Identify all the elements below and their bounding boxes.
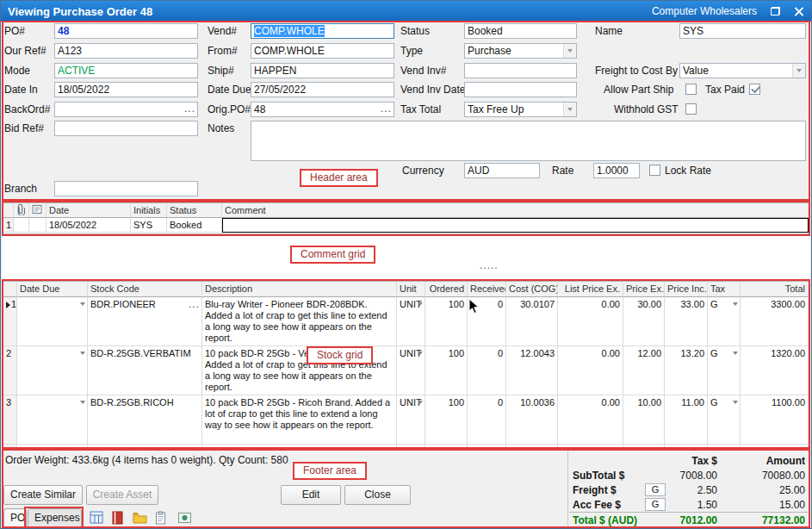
stamp-icon[interactable] [177, 511, 193, 526]
folder-icon[interactable] [133, 511, 148, 526]
comment-comment-header[interactable]: Comment [222, 203, 809, 218]
col-cost[interactable]: Cost (COG) [506, 282, 558, 297]
col-price-inc[interactable]: Price Inc. [665, 282, 708, 297]
create-asset-button[interactable]: Create Asset [86, 485, 158, 505]
price-ex-cell[interactable]: 12.00 [623, 346, 665, 395]
vend-inv-date-field[interactable] [464, 82, 577, 97]
stock-code-cell[interactable]: BD-R.25GB.RICOH [88, 395, 202, 445]
note-column-header[interactable] [29, 203, 46, 218]
backord-ellipsis-button[interactable]: ... [184, 103, 195, 115]
restore-icon[interactable] [771, 7, 780, 16]
chevron-down-icon[interactable] [418, 401, 423, 404]
allow-part-ship-checkbox[interactable] [685, 84, 697, 95]
list-price-ex-cell[interactable]: 0.00 [558, 346, 623, 395]
price-inc-cell[interactable]: 33.00 [665, 297, 708, 346]
received-cell[interactable]: 0 [468, 395, 506, 445]
list-price-ex-cell[interactable]: 0.00 [558, 395, 623, 445]
tab-expenses[interactable]: Expenses [28, 508, 82, 528]
ordered-cell[interactable]: 100 [425, 297, 468, 346]
ordered-cell[interactable]: 280 [425, 445, 468, 448]
tab-po[interactable]: PO [3, 508, 27, 528]
ordered-cell[interactable]: 100 [425, 346, 468, 395]
freight-tax-code[interactable]: G [645, 483, 666, 496]
splitter-handle[interactable]: ..... [480, 259, 499, 271]
date-due-cell[interactable] [17, 297, 88, 346]
comment-status-header[interactable]: Status [167, 203, 222, 218]
create-similar-button[interactable]: Create Similar [3, 485, 83, 505]
chevron-down-icon[interactable] [80, 352, 85, 355]
po-field[interactable]: 48 [54, 23, 198, 39]
chevron-down-icon[interactable] [563, 103, 576, 116]
chevron-down-icon[interactable] [418, 352, 423, 355]
price-inc-cell[interactable]: 0.00 [665, 445, 708, 448]
status-field[interactable]: Booked [464, 23, 577, 39]
description-cell[interactable]: Blu-ray Writer - Lite-On IHBS312 BLACK [202, 445, 397, 448]
close-button[interactable]: Close [344, 485, 411, 505]
col-stock-code[interactable]: Stock Code [88, 282, 202, 297]
our-ref-field[interactable]: A123 [54, 43, 198, 59]
unit-cell[interactable]: UNIT [397, 395, 425, 445]
tax-cell[interactable]: G [708, 297, 741, 346]
stock-code-cell[interactable]: BD.LITE-ON [88, 445, 202, 448]
note-cell[interactable] [29, 218, 46, 233]
name-field[interactable]: SYS [679, 23, 806, 39]
bid-ref-field[interactable] [54, 121, 198, 136]
chevron-down-icon[interactable] [563, 44, 576, 58]
total-cell[interactable]: 0.00 [741, 445, 809, 448]
price-ex-cell[interactable]: 10.00 [623, 395, 665, 445]
chevron-down-icon[interactable] [733, 401, 738, 404]
date-due-cell[interactable] [17, 346, 88, 395]
chevron-down-icon[interactable] [418, 302, 423, 306]
list-price-ex-cell[interactable]: 0.00 [558, 445, 623, 448]
price-ex-cell[interactable]: 30.00 [623, 297, 665, 346]
date-due-cell[interactable] [17, 395, 88, 445]
date-due-field[interactable]: 27/05/2022 [251, 82, 394, 97]
cost-cell[interactable]: 12.0043 [506, 346, 558, 395]
total-cell[interactable]: 3300.00 [741, 297, 809, 346]
col-ordered[interactable]: Ordered [425, 282, 468, 297]
from-field[interactable]: COMP.WHOLE [251, 43, 394, 59]
notes-field[interactable] [251, 121, 806, 161]
stock-code-ellipsis-button[interactable]: ... [189, 298, 200, 311]
unit-cell[interactable]: UNIT [397, 445, 425, 448]
tax-cell[interactable]: G [708, 445, 741, 448]
comment-comment-cell[interactable] [222, 218, 809, 233]
chevron-down-icon[interactable] [733, 302, 738, 306]
withhold-gst-checkbox[interactable] [685, 103, 697, 115]
col-unit[interactable]: Unit [397, 282, 425, 297]
vend-field[interactable]: COMP.WHOLE [251, 23, 394, 39]
comment-initials-header[interactable]: Initials [131, 203, 167, 218]
tax-cell[interactable]: G [708, 395, 741, 445]
cost-cell[interactable]: 30.0107 [506, 297, 558, 346]
tax-cell[interactable]: G [708, 346, 741, 395]
col-tax[interactable]: Tax [708, 282, 741, 297]
attachment-column-header[interactable] [14, 203, 29, 218]
description-cell[interactable]: 10 pack BD-R 25Gb - Ricoh Brand. Added a… [202, 395, 397, 445]
unit-cell[interactable]: UNIT [397, 297, 425, 346]
total-cell[interactable]: 1100.00 [741, 395, 809, 445]
stock-code-cell[interactable]: BDR.PIONEER... [88, 297, 202, 346]
col-received[interactable]: Received [468, 282, 506, 297]
chevron-down-icon[interactable] [733, 352, 738, 355]
comment-date-cell[interactable]: 18/05/2022 [46, 218, 131, 233]
comment-status-cell[interactable]: Booked [167, 218, 222, 233]
backord-field[interactable]: ... [54, 102, 198, 117]
received-cell[interactable]: 0 [468, 346, 506, 395]
branch-field[interactable] [54, 181, 198, 196]
tax-paid-checkbox[interactable] [749, 84, 760, 95]
list-price-ex-cell[interactable]: 0.00 [558, 297, 623, 346]
chevron-down-icon[interactable] [792, 64, 805, 78]
mode-field[interactable]: ACTIVE [54, 63, 198, 78]
comment-date-header[interactable]: Date [46, 203, 131, 218]
date-due-cell[interactable] [17, 445, 88, 448]
lock-rate-checkbox[interactable] [649, 165, 660, 176]
attachment-cell[interactable] [14, 218, 29, 233]
journal-icon[interactable] [111, 511, 127, 526]
col-date-due[interactable]: Date Due [17, 282, 88, 297]
tax-total-dropdown[interactable]: Tax Free Up [464, 102, 577, 117]
price-inc-cell[interactable]: 13.20 [665, 346, 708, 395]
unit-cell[interactable]: UNIT [397, 346, 425, 395]
received-cell[interactable]: 0 [468, 297, 506, 346]
price-ex-cell[interactable]: 0.00 [623, 445, 665, 448]
acc-fee-tax-code[interactable]: G [645, 498, 666, 511]
